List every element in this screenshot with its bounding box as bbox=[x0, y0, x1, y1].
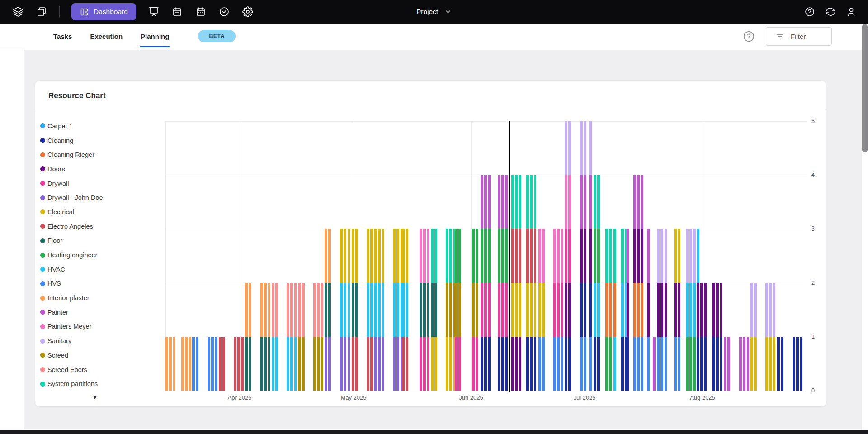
bar-segment[interactable] bbox=[449, 337, 452, 391]
filter-button[interactable]: Filter bbox=[766, 27, 832, 46]
bar-segment[interactable] bbox=[712, 283, 715, 337]
bar-segment[interactable] bbox=[637, 229, 640, 283]
check-circle-icon[interactable] bbox=[218, 6, 230, 18]
page-scrollbar-track[interactable] bbox=[862, 24, 868, 429]
bar-segment[interactable] bbox=[633, 175, 636, 229]
bar-segment[interactable] bbox=[693, 337, 696, 391]
bar-segment[interactable] bbox=[355, 283, 358, 337]
bar-segment[interactable] bbox=[641, 337, 644, 391]
bar-segment[interactable] bbox=[589, 229, 592, 283]
legend-item[interactable]: Drywall - John Doe bbox=[40, 190, 144, 205]
bar-segment[interactable] bbox=[561, 337, 564, 391]
bar-segment[interactable] bbox=[743, 337, 745, 391]
bar-segment[interactable] bbox=[526, 175, 529, 229]
bar-segment[interactable] bbox=[594, 175, 596, 229]
bar-segment[interactable] bbox=[750, 337, 753, 391]
bar-segment[interactable] bbox=[665, 283, 667, 337]
bar-segment[interactable] bbox=[181, 337, 184, 391]
presentation-icon[interactable] bbox=[148, 6, 160, 18]
bar-segment[interactable] bbox=[406, 229, 408, 283]
bar-segment[interactable] bbox=[693, 229, 696, 283]
bar-segment[interactable] bbox=[189, 337, 192, 391]
bar-segment[interactable] bbox=[597, 337, 600, 391]
bar-segment[interactable] bbox=[534, 229, 537, 283]
bar-segment[interactable] bbox=[568, 337, 571, 391]
bar-segment[interactable] bbox=[621, 337, 624, 391]
legend-item[interactable]: HVAC bbox=[40, 262, 144, 277]
bar-segment[interactable] bbox=[511, 337, 514, 391]
bar-segment[interactable] bbox=[501, 175, 504, 229]
bar-segment[interactable] bbox=[637, 283, 640, 337]
bar-segment[interactable] bbox=[340, 283, 343, 337]
bar-segment[interactable] bbox=[720, 283, 723, 337]
bar-segment[interactable] bbox=[378, 283, 381, 337]
bar-segment[interactable] bbox=[185, 337, 188, 391]
bar-segment[interactable] bbox=[498, 337, 500, 391]
bar-segment[interactable] bbox=[446, 229, 448, 283]
bar-segment[interactable] bbox=[584, 283, 586, 337]
bar-segment[interactable] bbox=[472, 229, 475, 283]
bar-segment[interactable] bbox=[355, 337, 358, 391]
bar-segment[interactable] bbox=[173, 337, 176, 391]
bar-segment[interactable] bbox=[561, 229, 564, 283]
page-scrollbar-thumb[interactable] bbox=[862, 24, 868, 152]
help-icon[interactable] bbox=[804, 6, 816, 18]
bar-segment[interactable] bbox=[796, 337, 799, 391]
bar-segment[interactable] bbox=[245, 337, 248, 391]
bar-segment[interactable] bbox=[609, 337, 612, 391]
bar-segment[interactable] bbox=[352, 283, 354, 337]
bar-segment[interactable] bbox=[427, 229, 430, 283]
bar-segment[interactable] bbox=[431, 283, 434, 337]
bar-segment[interactable] bbox=[765, 337, 768, 391]
bar-segment[interactable] bbox=[370, 283, 373, 337]
bar-segment[interactable] bbox=[781, 337, 783, 391]
bar-segment[interactable] bbox=[660, 337, 663, 391]
bar-segment[interactable] bbox=[534, 283, 537, 337]
bar-segment[interactable] bbox=[568, 121, 571, 175]
bar-segment[interactable] bbox=[222, 337, 225, 391]
bar-segment[interactable] bbox=[484, 283, 487, 337]
bar-segment[interactable] bbox=[542, 283, 545, 337]
legend-item[interactable]: Floor bbox=[40, 234, 144, 248]
bar-segment[interactable] bbox=[211, 337, 214, 391]
bar-segment[interactable] bbox=[727, 337, 730, 391]
bar-segment[interactable] bbox=[382, 229, 385, 283]
bar-segment[interactable] bbox=[704, 337, 707, 391]
legend-item[interactable]: Electrical bbox=[40, 205, 144, 219]
bar-segment[interactable] bbox=[317, 283, 320, 337]
bar-segment[interactable] bbox=[716, 283, 719, 337]
bar-segment[interactable] bbox=[724, 337, 726, 391]
bar-segment[interactable] bbox=[406, 337, 408, 391]
bar-segment[interactable] bbox=[605, 283, 608, 337]
bar-segment[interactable] bbox=[406, 283, 408, 337]
bar-segment[interactable] bbox=[519, 229, 522, 283]
bar-segment[interactable] bbox=[298, 337, 301, 391]
bar-segment[interactable] bbox=[641, 283, 644, 337]
bar-segment[interactable] bbox=[374, 229, 377, 283]
bar-segment[interactable] bbox=[241, 337, 244, 391]
bar-segment[interactable] bbox=[458, 337, 461, 391]
bar-segment[interactable] bbox=[340, 337, 343, 391]
bar-segment[interactable] bbox=[219, 337, 222, 391]
bar-segment[interactable] bbox=[657, 229, 660, 283]
bar-segment[interactable] bbox=[455, 283, 458, 337]
bar-segment[interactable] bbox=[754, 337, 757, 391]
refresh-icon[interactable] bbox=[825, 6, 836, 18]
project-selector[interactable]: Project bbox=[416, 8, 452, 16]
bar-segment[interactable] bbox=[534, 175, 537, 229]
bar-segment[interactable] bbox=[580, 229, 583, 283]
bar-segment[interactable] bbox=[633, 229, 636, 283]
legend-item[interactable]: Cleaning bbox=[40, 133, 144, 148]
bar-segment[interactable] bbox=[700, 283, 703, 337]
bar-segment[interactable] bbox=[423, 229, 426, 283]
bar-segment[interactable] bbox=[605, 337, 608, 391]
bar-segment[interactable] bbox=[553, 283, 556, 337]
bar-segment[interactable] bbox=[352, 337, 354, 391]
bar-segment[interactable] bbox=[344, 229, 346, 283]
bar-segment[interactable] bbox=[568, 283, 571, 337]
bar-segment[interactable] bbox=[665, 229, 667, 283]
bar-segment[interactable] bbox=[568, 229, 571, 283]
bar-segment[interactable] bbox=[534, 337, 537, 391]
bar-segment[interactable] bbox=[488, 229, 491, 283]
bar-segment[interactable] bbox=[704, 283, 707, 337]
